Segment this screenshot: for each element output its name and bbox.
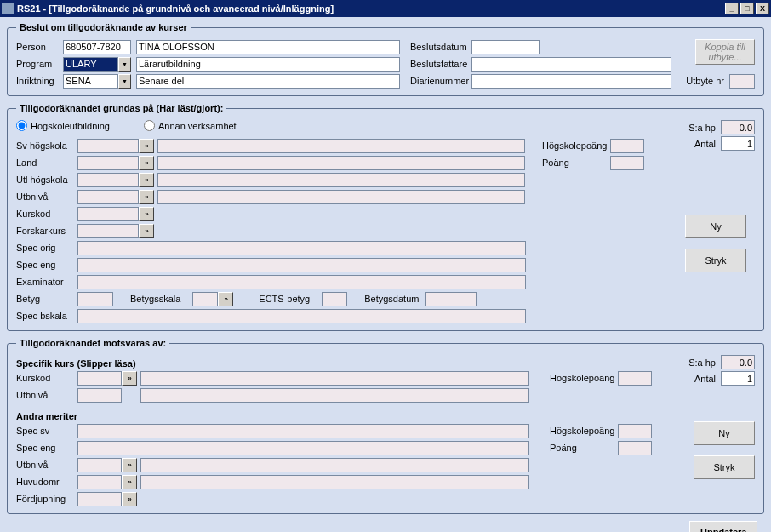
land-code[interactable] <box>77 156 139 170</box>
close-button[interactable]: X <box>756 3 769 14</box>
antal-label-2: Antal <box>694 374 716 384</box>
forskarkurs-code[interactable] <box>77 224 139 238</box>
utbniva-lookup-icon[interactable]: » <box>139 190 154 204</box>
huvudomr-code[interactable] <box>77 475 122 489</box>
kurskod-code[interactable] <box>77 207 139 221</box>
radio-annan-verksamhet[interactable]: Annan verksamhet <box>144 120 237 131</box>
inriktning-label: Inriktning <box>16 76 63 86</box>
utl-hogskola-code[interactable] <box>77 173 139 187</box>
sa-hp-label: S:a hp <box>688 123 716 133</box>
spec-eng2-label: Spec eng <box>16 443 77 453</box>
inriktning-name-input[interactable] <box>136 74 400 89</box>
utbniva-name[interactable] <box>157 190 525 204</box>
utbniva3-code[interactable] <box>77 458 122 472</box>
program-dropdown-icon[interactable]: ▼ <box>118 57 131 72</box>
radio-hogskoleutbildning[interactable]: Högskoleutbildning <box>16 120 110 131</box>
section-grundas-legend: Tillgodoräknandet grundas på (Har läst/g… <box>16 103 226 113</box>
land-name[interactable] <box>157 156 525 170</box>
diarienummer-label: Diarienummer <box>410 76 471 86</box>
poang-label: Poäng <box>542 157 610 168</box>
ects-betyg-label: ECTS-betyg <box>259 294 310 304</box>
ects-betyg-input[interactable] <box>322 292 347 306</box>
utbniva2-name[interactable] <box>140 388 529 403</box>
program-name-input[interactable] <box>136 57 400 72</box>
kurskod2-input[interactable] <box>77 371 122 386</box>
koppla-till-utbyte-button[interactable]: Koppla till utbyte... <box>695 39 755 65</box>
spec-eng2-input[interactable] <box>77 441 529 455</box>
beslutsdatum-input[interactable] <box>471 40 540 54</box>
huvudomr-name[interactable] <box>140 475 529 489</box>
sa-hp-value-2 <box>721 355 755 369</box>
spec-orig-input[interactable] <box>77 241 526 255</box>
sv-hogskola-lookup-icon[interactable]: » <box>139 139 154 153</box>
antal-value-2[interactable] <box>721 371 755 386</box>
stryk-button-2[interactable]: Stryk <box>694 455 755 479</box>
hogskolepoang-input[interactable] <box>610 139 644 153</box>
betygsdatum-label: Betygsdatum <box>364 294 419 304</box>
hogskolepoang2-input[interactable] <box>618 371 652 386</box>
kurskod2-name[interactable] <box>140 371 529 386</box>
spec-bskala-input[interactable] <box>77 309 526 323</box>
utbyte-nr-label: Utbyte nr <box>686 76 724 86</box>
fordjupning-code[interactable] <box>77 492 122 506</box>
person-label: Person <box>16 42 63 52</box>
radio-hogskole-input[interactable] <box>16 120 27 131</box>
ny-button-1[interactable]: Ny <box>685 215 746 238</box>
sv-hogskola-name[interactable] <box>157 139 525 153</box>
utl-hogskola-label: Utl högskola <box>16 174 77 185</box>
fordjupning-label: Fördjupning <box>16 494 77 504</box>
betygsskala-label: Betygsskala <box>130 294 180 304</box>
poang2-input[interactable] <box>618 441 652 455</box>
land-lookup-icon[interactable]: » <box>139 156 154 170</box>
maximize-button[interactable]: □ <box>740 3 754 14</box>
utbniva2-input[interactable] <box>77 388 122 403</box>
beslutsfattare-input[interactable] <box>471 57 671 72</box>
sv-hogskola-code[interactable] <box>77 139 139 153</box>
person-id-input[interactable] <box>63 40 131 54</box>
person-name-input[interactable] <box>136 40 400 54</box>
spec-eng-label: Spec eng <box>16 260 77 270</box>
hogskolepoang3-input[interactable] <box>618 424 652 438</box>
spec-eng-input[interactable] <box>77 258 526 272</box>
huvudomr-label: Huvudomr <box>16 477 77 487</box>
betyg-input[interactable] <box>77 292 113 306</box>
huvudomr-lookup-icon[interactable]: » <box>122 475 137 489</box>
uppdatera-button[interactable]: Uppdatera <box>689 521 757 532</box>
examinator-label: Examinator <box>16 277 77 287</box>
utbniva3-lookup-icon[interactable]: » <box>122 458 137 472</box>
program-code-input[interactable] <box>63 57 118 72</box>
section-beslut: Beslut om tillgodoräknande av kurser Kop… <box>7 22 764 96</box>
kurskod-label: Kurskod <box>16 209 77 219</box>
spec-sv-input[interactable] <box>77 424 529 438</box>
betygsskala-lookup-icon[interactable]: » <box>218 292 233 306</box>
land-label: Land <box>16 157 77 168</box>
radio-annan-input[interactable] <box>144 120 155 131</box>
utbniva-code[interactable] <box>77 190 139 204</box>
stryk-button-1[interactable]: Stryk <box>685 249 746 272</box>
spec-orig-label: Spec orig <box>16 243 77 253</box>
betygsskala-input[interactable] <box>192 292 218 306</box>
poang-input[interactable] <box>610 156 644 170</box>
fordjupning-lookup-icon[interactable]: » <box>122 492 137 506</box>
inriktning-dropdown-icon[interactable]: ▼ <box>118 74 131 89</box>
spec-bskala-label: Spec bskala <box>16 311 77 321</box>
examinator-input[interactable] <box>77 275 526 289</box>
utl-hogskola-lookup-icon[interactable]: » <box>139 173 154 187</box>
betygsdatum-input[interactable] <box>425 292 477 306</box>
utbyte-nr-input[interactable] <box>729 74 755 89</box>
window-controls: _ □ X <box>725 3 769 14</box>
inriktning-code-input[interactable] <box>63 74 118 89</box>
diarienummer-input[interactable] <box>471 74 671 89</box>
window-title: [Tillgodoräknande på grundnivå och avanc… <box>49 3 334 14</box>
ny-button-2[interactable]: Ny <box>694 421 755 445</box>
utbniva3-name[interactable] <box>140 458 529 472</box>
utl-hogskola-name[interactable] <box>157 173 525 187</box>
minimize-button[interactable]: _ <box>725 3 739 14</box>
specifik-kurs-heading: Specifik kurs (Slipper läsa) <box>16 358 755 369</box>
kurskod-lookup-icon[interactable]: » <box>139 207 154 221</box>
kurskod2-lookup-icon[interactable]: » <box>122 371 137 386</box>
forskarkurs-lookup-icon[interactable]: » <box>139 224 154 238</box>
forskarkurs-label: Forskarkurs <box>16 226 77 236</box>
andra-meriter-heading: Andra meriter <box>16 411 755 421</box>
hogskolepoang-label: Högskolepoäng <box>542 140 610 151</box>
